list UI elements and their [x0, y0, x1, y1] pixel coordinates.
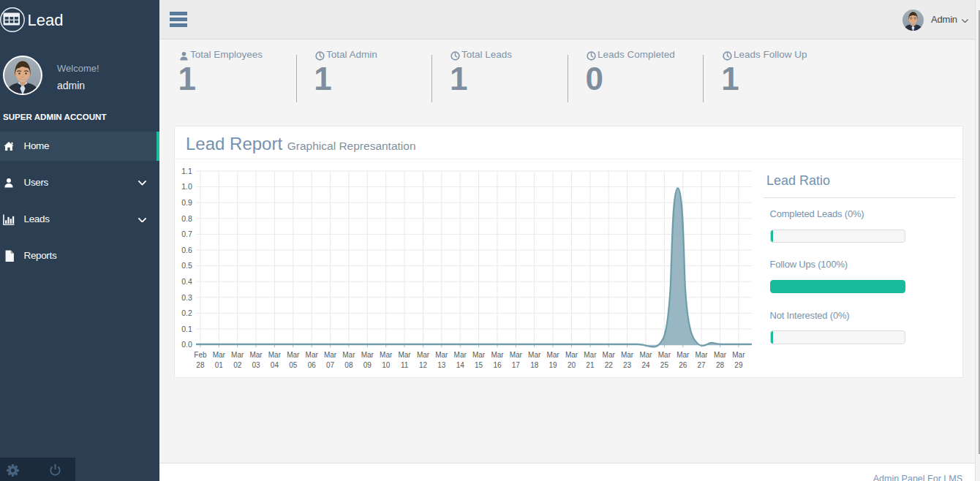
- svg-text:Mar: Mar: [621, 351, 634, 359]
- svg-text:Mar: Mar: [546, 351, 559, 359]
- svg-text:0.8: 0.8: [181, 214, 192, 223]
- svg-text:16: 16: [493, 361, 502, 369]
- svg-text:07: 07: [326, 361, 335, 369]
- svg-text:04: 04: [271, 361, 279, 369]
- svg-text:21: 21: [586, 361, 595, 369]
- svg-text:13: 13: [437, 361, 446, 369]
- svg-text:Mar: Mar: [435, 351, 448, 359]
- svg-text:Mar: Mar: [603, 351, 616, 359]
- svg-text:0.1: 0.1: [181, 325, 192, 333]
- svg-text:Mar: Mar: [417, 351, 430, 359]
- svg-text:10: 10: [382, 361, 391, 369]
- svg-text:25: 25: [660, 361, 669, 369]
- svg-text:Mar: Mar: [398, 351, 411, 359]
- svg-text:0.0: 0.0: [181, 340, 192, 349]
- svg-text:28: 28: [196, 361, 205, 369]
- svg-text:03: 03: [252, 361, 260, 369]
- svg-text:20: 20: [568, 361, 576, 369]
- svg-text:01: 01: [215, 361, 224, 369]
- svg-text:11: 11: [401, 361, 409, 369]
- svg-text:0.7: 0.7: [181, 230, 192, 238]
- svg-text:Mar: Mar: [528, 351, 541, 359]
- svg-text:Mar: Mar: [658, 351, 671, 359]
- svg-text:0.5: 0.5: [181, 261, 192, 270]
- svg-text:Mar: Mar: [565, 351, 578, 359]
- svg-text:Mar: Mar: [491, 351, 504, 359]
- svg-text:Mar: Mar: [639, 351, 652, 359]
- svg-text:Mar: Mar: [231, 351, 244, 359]
- svg-text:24: 24: [641, 361, 650, 369]
- svg-text:Mar: Mar: [268, 351, 282, 359]
- svg-text:26: 26: [679, 361, 687, 369]
- svg-text:09: 09: [363, 361, 372, 369]
- svg-text:Mar: Mar: [695, 351, 708, 359]
- svg-text:18: 18: [530, 361, 539, 369]
- svg-text:02: 02: [233, 361, 242, 369]
- svg-text:17: 17: [512, 361, 521, 369]
- svg-text:29: 29: [734, 361, 743, 369]
- svg-text:Mar: Mar: [324, 351, 337, 359]
- svg-text:27: 27: [698, 361, 706, 369]
- svg-text:Mar: Mar: [510, 351, 523, 359]
- svg-text:Mar: Mar: [380, 351, 393, 359]
- svg-text:Mar: Mar: [361, 351, 374, 359]
- svg-text:05: 05: [289, 361, 298, 369]
- svg-text:Mar: Mar: [584, 351, 597, 359]
- svg-text:Mar: Mar: [454, 351, 467, 359]
- svg-text:0.3: 0.3: [181, 293, 192, 302]
- svg-text:19: 19: [549, 361, 558, 369]
- svg-text:0.2: 0.2: [181, 308, 192, 317]
- svg-text:08: 08: [344, 361, 353, 369]
- svg-text:Mar: Mar: [249, 351, 263, 359]
- svg-text:Feb: Feb: [194, 351, 207, 359]
- svg-text:Mar: Mar: [732, 351, 745, 359]
- svg-text:0.6: 0.6: [181, 246, 192, 254]
- svg-text:23: 23: [623, 361, 632, 369]
- svg-text:0.9: 0.9: [181, 198, 192, 207]
- svg-text:Mar: Mar: [306, 351, 319, 359]
- svg-text:06: 06: [308, 361, 317, 369]
- svg-text:1.1: 1.1: [181, 167, 192, 175]
- svg-text:Mar: Mar: [287, 351, 300, 359]
- svg-text:15: 15: [475, 361, 483, 369]
- svg-text:Mar: Mar: [676, 351, 690, 359]
- svg-text:Mar: Mar: [472, 351, 486, 359]
- svg-text:12: 12: [419, 361, 428, 369]
- svg-text:22: 22: [605, 361, 614, 369]
- svg-text:Mar: Mar: [213, 351, 226, 359]
- svg-text:0.4: 0.4: [181, 277, 192, 286]
- svg-text:Mar: Mar: [714, 351, 727, 359]
- svg-text:28: 28: [716, 361, 725, 369]
- svg-text:Mar: Mar: [342, 351, 355, 359]
- svg-text:1.0: 1.0: [181, 182, 192, 191]
- svg-text:14: 14: [456, 361, 465, 369]
